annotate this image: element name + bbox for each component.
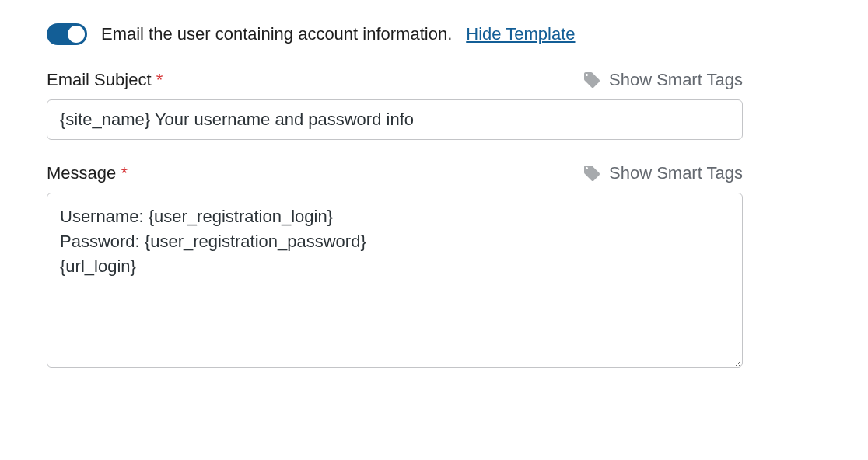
subject-smart-tags-button[interactable]: Show Smart Tags [583, 70, 743, 90]
email-subject-input[interactable] [47, 99, 743, 140]
email-subject-block: Email Subject * Show Smart Tags [47, 70, 743, 140]
required-asterisk: * [156, 70, 163, 89]
message-block: Message * Show Smart Tags [47, 163, 743, 372]
email-toggle[interactable] [47, 23, 87, 45]
message-smart-tags-button[interactable]: Show Smart Tags [583, 163, 743, 183]
email-toggle-row: Email the user containing account inform… [47, 23, 743, 45]
subject-smart-tags-label: Show Smart Tags [609, 70, 743, 90]
message-textarea[interactable] [47, 193, 743, 368]
message-label: Message * [47, 163, 128, 183]
email-toggle-label: Email the user containing account inform… [101, 24, 452, 44]
message-smart-tags-label: Show Smart Tags [609, 163, 743, 183]
message-header: Message * Show Smart Tags [47, 163, 743, 183]
tag-icon [583, 164, 601, 183]
message-label-text: Message [47, 163, 116, 183]
email-subject-label: Email Subject * [47, 70, 163, 90]
toggle-knob [68, 26, 85, 43]
email-subject-header: Email Subject * Show Smart Tags [47, 70, 743, 90]
hide-template-link[interactable]: Hide Template [466, 24, 575, 44]
tag-icon [583, 71, 601, 89]
email-subject-label-text: Email Subject [47, 70, 152, 89]
required-asterisk: * [121, 163, 128, 183]
